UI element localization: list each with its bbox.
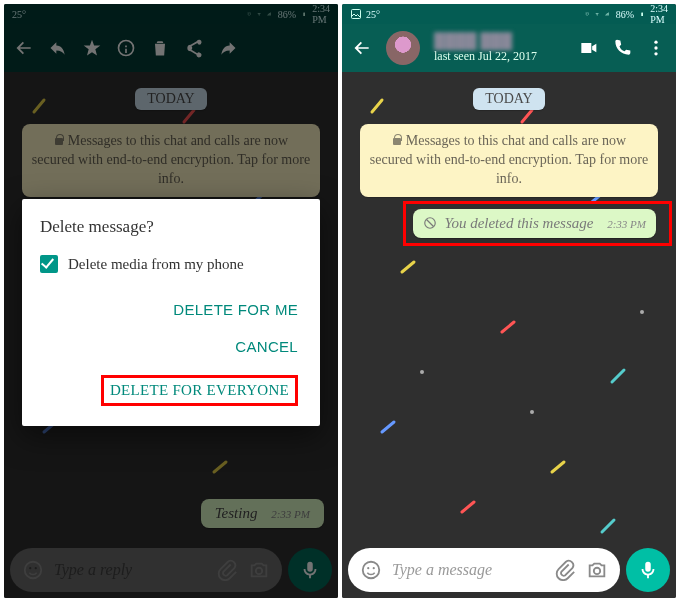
- svg-point-10: [222, 150, 226, 154]
- message-input[interactable]: Type a message: [348, 548, 620, 592]
- mic-icon: [637, 559, 659, 581]
- svg-point-42: [594, 568, 600, 574]
- mic-button[interactable]: [626, 548, 670, 592]
- status-battery: 86%: [616, 9, 634, 20]
- attach-icon[interactable]: [216, 559, 238, 581]
- svg-line-1: [94, 154, 106, 162]
- date-chip: TODAY: [473, 88, 544, 110]
- back-icon[interactable]: [352, 38, 372, 58]
- reply-icon[interactable]: [48, 38, 68, 58]
- svg-point-18: [654, 41, 657, 44]
- menu-icon[interactable]: [646, 38, 666, 58]
- svg-point-35: [420, 370, 424, 374]
- status-battery: 86%: [278, 9, 296, 20]
- voice-call-icon[interactable]: [612, 38, 632, 58]
- wifi-icon: [595, 12, 599, 16]
- svg-line-21: [372, 100, 382, 112]
- svg-point-39: [363, 562, 380, 579]
- delete-for-me-button[interactable]: DELETE FOR ME: [40, 291, 302, 328]
- image-notif-icon: [350, 8, 362, 20]
- svg-line-31: [602, 520, 614, 532]
- input-bar: Type a message: [348, 548, 670, 592]
- camera-icon[interactable]: [248, 559, 270, 581]
- svg-point-15: [35, 567, 37, 569]
- delete-for-everyone-button[interactable]: DELETE FOR EVERYONE: [40, 365, 302, 416]
- battery-icon: [302, 12, 306, 16]
- status-temp: 25°: [366, 9, 380, 20]
- input-placeholder: Type a reply: [54, 561, 206, 579]
- lock-icon: [392, 134, 402, 146]
- input-placeholder: Type a message: [392, 561, 544, 579]
- share-icon[interactable]: [184, 38, 204, 58]
- encryption-notice[interactable]: Messages to this chat and calls are now …: [22, 124, 321, 197]
- message-text: Testing: [215, 505, 258, 521]
- svg-line-26: [502, 322, 514, 332]
- camera-icon[interactable]: [586, 559, 608, 581]
- svg-rect-17: [352, 10, 361, 19]
- svg-point-13: [25, 562, 42, 579]
- lock-icon: [54, 134, 64, 146]
- svg-point-16: [256, 568, 262, 574]
- attach-icon[interactable]: [554, 559, 576, 581]
- status-bar: 25° 86% 2:34 PM: [342, 4, 676, 24]
- svg-line-28: [382, 422, 394, 432]
- forward-icon[interactable]: [218, 38, 238, 58]
- svg-line-27: [612, 370, 624, 382]
- chat-area-right: TODAY Messages to this chat and calls ar…: [342, 72, 676, 598]
- mic-button[interactable]: [288, 548, 332, 592]
- encryption-notice[interactable]: Messages to this chat and calls are now …: [360, 124, 659, 197]
- checkbox-icon: [40, 255, 58, 273]
- mic-icon: [299, 559, 321, 581]
- svg-line-29: [552, 462, 564, 472]
- star-icon[interactable]: [82, 38, 102, 58]
- status-time: 2:34 PM: [312, 4, 330, 25]
- svg-point-14: [29, 567, 31, 569]
- svg-line-8: [214, 462, 226, 472]
- highlight-box: DELETE FOR EVERYONE: [101, 375, 298, 406]
- date-chip: TODAY: [135, 88, 206, 110]
- wifi-icon: [257, 12, 261, 16]
- checkbox-label: Delete media from my phone: [68, 256, 244, 273]
- last-seen: last seen Jul 22, 2017: [434, 50, 537, 63]
- svg-line-0: [34, 100, 44, 112]
- delete-icon[interactable]: [150, 38, 170, 58]
- phone-right: 25° 86% 2:34 PM ████ ███ last seen Jul 2…: [342, 4, 676, 598]
- alarm-icon: [585, 12, 589, 16]
- svg-point-41: [373, 567, 375, 569]
- signal-icon: [605, 12, 609, 16]
- delete-media-checkbox[interactable]: Delete media from my phone: [40, 255, 302, 273]
- back-icon[interactable]: [14, 38, 34, 58]
- contact-name: ████ ███: [434, 33, 537, 50]
- message-bubble[interactable]: Testing 2:33 PM: [201, 499, 324, 528]
- svg-line-2: [184, 110, 194, 122]
- svg-point-34: [640, 310, 644, 314]
- battery-icon: [640, 12, 644, 16]
- emoji-icon[interactable]: [22, 559, 44, 581]
- chat-appbar: ████ ███ last seen Jul 22, 2017: [342, 24, 676, 72]
- highlight-box: [403, 201, 672, 246]
- emoji-icon[interactable]: [360, 559, 382, 581]
- status-temp: 25°: [12, 9, 26, 20]
- video-call-icon[interactable]: [578, 38, 598, 58]
- phone-left: 25° 86% 2:34 PM TODAY Messages: [4, 4, 338, 598]
- selection-appbar: [4, 24, 338, 72]
- svg-line-23: [522, 110, 532, 122]
- input-bar: Type a reply: [10, 548, 332, 592]
- message-input[interactable]: Type a reply: [10, 548, 282, 592]
- alarm-icon: [247, 12, 251, 16]
- svg-line-25: [402, 262, 414, 272]
- status-bar: 25° 86% 2:34 PM: [4, 4, 338, 24]
- info-icon[interactable]: [116, 38, 136, 58]
- signal-icon: [267, 12, 271, 16]
- avatar[interactable]: [386, 31, 420, 65]
- svg-point-40: [367, 567, 369, 569]
- status-time: 2:34 PM: [650, 4, 668, 25]
- svg-point-20: [654, 52, 657, 55]
- dialog-title: Delete message?: [40, 217, 302, 237]
- message-time: 2:33 PM: [271, 508, 310, 520]
- contact-info[interactable]: ████ ███ last seen Jul 22, 2017: [434, 33, 537, 63]
- svg-line-30: [462, 502, 474, 512]
- svg-point-19: [654, 46, 657, 49]
- delete-dialog: Delete message? Delete media from my pho…: [22, 199, 320, 426]
- cancel-button[interactable]: CANCEL: [40, 328, 302, 365]
